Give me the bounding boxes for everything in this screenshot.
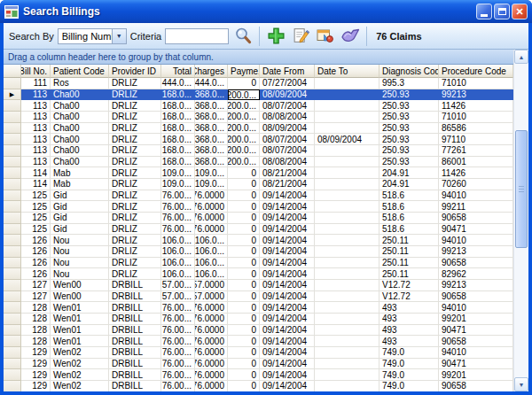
cell-total[interactable]: 76.00... [161, 381, 195, 391]
cell-date-to[interactable] [315, 213, 379, 224]
cell-date-to[interactable] [315, 179, 379, 190]
cell-bill-no[interactable]: 113 [21, 123, 51, 135]
cell-total[interactable]: 109.0... [161, 167, 195, 179]
cell-patient-code[interactable]: Nou [51, 258, 109, 269]
cell-total[interactable]: 106.0... [161, 258, 195, 269]
cell-date-to[interactable] [315, 302, 379, 314]
cell-total[interactable]: 76.00... [161, 302, 195, 314]
cell-bill-no[interactable]: 125 [21, 213, 51, 224]
cell-payments[interactable]: 0 [228, 167, 260, 179]
cell-bill-no[interactable]: 128 [21, 314, 51, 325]
row-indicator[interactable] [4, 112, 21, 123]
cell-procedure-code[interactable]: 99211 [439, 201, 513, 213]
row-indicator[interactable] [4, 291, 21, 303]
cell-procedure-code[interactable]: 86586 [439, 123, 513, 135]
cell-charges[interactable]: 76.0000 [195, 347, 228, 359]
cell-date-to[interactable] [315, 325, 379, 337]
cell-payments[interactable]: 200.0... [228, 89, 260, 101]
cell-provider-id[interactable]: DRBILL [109, 280, 161, 291]
cell-charges[interactable]: 368.0... [195, 134, 228, 145]
cell-procedure-code[interactable]: 71010 [439, 78, 513, 89]
column-header-payments[interactable]: Payme... [228, 65, 260, 78]
column-header-date-to[interactable]: Date To [315, 65, 379, 78]
cell-date-from[interactable]: 08/08/2004 [260, 157, 315, 168]
table-row[interactable]: 128Wen01DRBILL76.00...76.0000009/14/2004… [4, 302, 513, 314]
scroll-up-button[interactable]: ▲ [514, 50, 528, 64]
cell-provider-id[interactable]: DRBILL [109, 314, 161, 325]
cell-provider-id[interactable]: DRLIZ [109, 258, 161, 269]
cell-diagnosis-code[interactable]: 749.0 [379, 347, 439, 359]
cell-charges[interactable]: 109.0... [195, 179, 228, 190]
cell-payments[interactable]: 0 [228, 325, 260, 337]
cell-patient-code[interactable]: Nou [51, 268, 109, 280]
cell-date-to[interactable] [315, 224, 379, 236]
cell-charges[interactable]: 57.0000 [195, 291, 228, 303]
cell-payments[interactable]: 200.0... [228, 100, 260, 112]
cell-patient-code[interactable]: Cha00 [51, 157, 109, 168]
cell-provider-id[interactable]: DRLIZ [109, 224, 161, 236]
cell-diagnosis-code[interactable]: 250.93 [379, 157, 439, 168]
cell-provider-id[interactable]: DRLIZ [109, 167, 161, 179]
row-indicator[interactable] [4, 268, 21, 280]
cell-bill-no[interactable]: 128 [21, 336, 51, 347]
cell-charges[interactable]: 76.0000 [195, 213, 228, 224]
cell-patient-code[interactable]: Cha00 [51, 134, 109, 145]
row-indicator[interactable] [4, 167, 21, 179]
cell-patient-code[interactable]: Nou [51, 246, 109, 258]
column-header-diagnosis-code[interactable]: Diagnosis Code [379, 65, 439, 78]
row-indicator[interactable] [4, 201, 21, 213]
cell-bill-no[interactable]: 127 [21, 280, 51, 291]
cell-bill-no[interactable]: 125 [21, 201, 51, 213]
cell-provider-id[interactable]: DRLIZ [109, 78, 161, 89]
cell-charges[interactable]: 109.0... [195, 167, 228, 179]
cell-diagnosis-code[interactable]: 250.93 [379, 89, 439, 101]
cell-bill-no[interactable]: 114 [21, 167, 51, 179]
cell-patient-code[interactable]: Wen02 [51, 381, 109, 391]
cell-provider-id[interactable]: DRBILL [109, 291, 161, 303]
cell-provider-id[interactable]: DRLIZ [109, 201, 161, 213]
table-row[interactable]: 113Cha00DRLIZ168.0...368.0...200.0...08/… [4, 100, 513, 112]
cell-date-from[interactable]: 08/09/2004 [260, 123, 315, 135]
table-row[interactable]: 126NouDRLIZ106.0...106.0...009/14/200425… [4, 246, 513, 258]
cell-procedure-code[interactable]: 90658 [439, 336, 513, 347]
cell-payments[interactable]: 0 [228, 381, 260, 391]
cell-total[interactable]: 76.00... [161, 359, 195, 370]
cell-charges[interactable]: 106.0... [195, 258, 228, 269]
cell-payments[interactable]: 0 [228, 314, 260, 325]
cell-date-from[interactable]: 09/14/2004 [260, 336, 315, 347]
cell-date-from[interactable]: 07/27/2004 [260, 78, 315, 89]
group-by-bar[interactable]: Drag a column header here to group by th… [4, 50, 513, 65]
cell-date-to[interactable] [315, 123, 379, 135]
column-header-bill-no[interactable]: Bill No. [21, 65, 51, 78]
cell-patient-code[interactable]: Nou [51, 235, 109, 246]
search-button[interactable] [232, 26, 254, 47]
criteria-input[interactable] [165, 28, 229, 44]
cell-total[interactable]: 76.00... [161, 213, 195, 224]
cell-date-to[interactable] [315, 291, 379, 303]
cell-diagnosis-code[interactable]: 250.11 [379, 235, 439, 246]
cell-payments[interactable]: 0 [228, 302, 260, 314]
cell-provider-id[interactable]: DRLIZ [109, 134, 161, 145]
table-row[interactable]: 126NouDRLIZ106.0...106.0...009/14/200425… [4, 235, 513, 246]
cell-charges[interactable]: 368.0... [195, 112, 228, 123]
cell-payments[interactable]: 0 [228, 235, 260, 246]
cell-patient-code[interactable]: Ros [51, 78, 109, 89]
cell-bill-no[interactable]: 127 [21, 291, 51, 303]
cell-diagnosis-code[interactable]: 493 [379, 302, 439, 314]
cell-procedure-code[interactable]: 90471 [439, 224, 513, 236]
cell-date-from[interactable]: 08/09/2004 [260, 89, 315, 101]
cell-procedure-code[interactable]: 94010 [439, 235, 513, 246]
row-indicator[interactable] [4, 78, 21, 89]
cell-bill-no[interactable]: 128 [21, 325, 51, 337]
table-row[interactable]: 128Wen01DRBILL76.00...76.0000009/14/2004… [4, 336, 513, 347]
cell-total[interactable]: 168.0... [161, 89, 195, 101]
cell-diagnosis-code[interactable]: 518.6 [379, 213, 439, 224]
cell-date-from[interactable]: 09/14/2004 [260, 314, 315, 325]
cell-total[interactable]: 76.00... [161, 190, 195, 202]
cell-bill-no[interactable]: 113 [21, 134, 51, 145]
cell-provider-id[interactable]: DRLIZ [109, 213, 161, 224]
cell-patient-code[interactable]: Wen02 [51, 359, 109, 370]
cell-date-from[interactable]: 09/14/2004 [260, 201, 315, 213]
cell-diagnosis-code[interactable]: 250.93 [379, 100, 439, 112]
cell-payments[interactable]: 0 [228, 179, 260, 190]
